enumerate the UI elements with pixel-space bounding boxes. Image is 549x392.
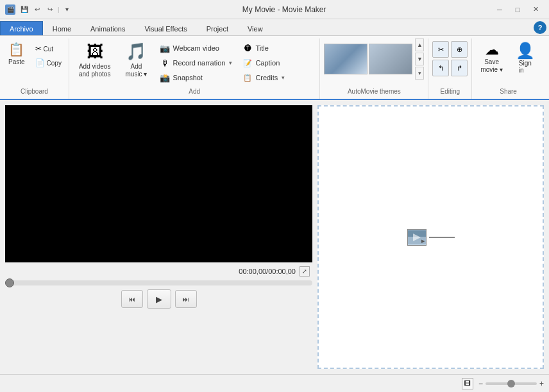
caption-button[interactable]: 📝 Caption xyxy=(239,56,316,70)
theme-1[interactable] xyxy=(324,44,367,74)
webcam-label: Webcam video xyxy=(173,44,219,52)
edit-icons-row: ✂ ⊕ xyxy=(432,41,468,58)
theme-2-img xyxy=(369,44,412,74)
redo-qa-btn[interactable]: ↪ xyxy=(45,4,55,15)
undo-qa-btn[interactable]: ↩ xyxy=(32,4,42,15)
playback-controls: ⏮ ▶ ⏭ xyxy=(5,289,312,309)
preview-pane: 00:00,00/00:00,00 ⤢ ⏮ ▶ ⏭ xyxy=(0,100,317,374)
add-videos-icon: 🖼 xyxy=(87,42,103,62)
filmstrip-icon[interactable]: 🎞 xyxy=(462,378,473,389)
ribbon: 📋 Paste ✂ Cut 📄 Copy Clipboard 🖼 Add vid… xyxy=(0,36,549,100)
editing-group: ✂ ⊕ ↰ ↱ Editing xyxy=(428,38,472,99)
clip-line xyxy=(429,237,455,238)
copy-icon: 📄 xyxy=(35,58,45,67)
add-content: 🖼 Add videos and photos 🎵 Addmusic ▾ 📷 W… xyxy=(73,38,316,87)
snapshot-button[interactable]: 📸 Snapshot xyxy=(156,71,236,85)
timeline-pane[interactable] xyxy=(317,105,544,369)
save-movie-icon: ☁ xyxy=(485,42,499,58)
zoom-slider: − + xyxy=(478,379,544,388)
save-movie-label: Savemovie ▾ xyxy=(480,58,502,74)
zoom-out-button[interactable]: − xyxy=(478,379,483,388)
copy-button[interactable]: 📄 Copy xyxy=(32,56,65,69)
title-bar: 🎬 💾 ↩ ↪ | ▾ My Movie - Movie Maker ─ □ ✕ xyxy=(0,0,549,19)
cut-label: Cut xyxy=(44,46,54,53)
seek-thumb[interactable] xyxy=(5,278,14,287)
rotate-right-icon[interactable]: ↱ xyxy=(451,60,468,76)
record-narration-button[interactable]: 🎙 Record narration ▾ xyxy=(156,56,236,70)
clip-thumbnail[interactable] xyxy=(407,229,427,246)
save-movie-button[interactable]: ☁ Savemovie ▾ xyxy=(476,38,507,77)
rotate-left-icon[interactable]: ↰ xyxy=(432,60,449,76)
sign-in-button[interactable]: 👤 Signin xyxy=(510,38,541,77)
app-icon: 🎬 xyxy=(5,4,15,15)
status-bar: 🎞 − + xyxy=(0,374,549,392)
seek-bar[interactable] xyxy=(5,280,312,285)
trim-icon[interactable]: ✂ xyxy=(432,41,449,58)
add-text-buttons: 🅣 Title 📝 Caption 📋 Credits ▾ xyxy=(239,38,316,85)
play-button[interactable]: ▶ xyxy=(147,289,171,309)
add-videos-label: Add videos and photos xyxy=(79,63,111,78)
tab-project[interactable]: Project xyxy=(197,21,238,35)
title-label: Title xyxy=(255,44,268,52)
paste-label: Paste xyxy=(8,58,25,65)
clip-icon-svg xyxy=(408,230,426,244)
webcam-button[interactable]: 📷 Webcam video xyxy=(156,41,236,55)
title-icon: 🅣 xyxy=(242,44,253,52)
paste-button[interactable]: 📋 Paste xyxy=(4,38,30,69)
main-area: 00:00,00/00:00,00 ⤢ ⏮ ▶ ⏭ xyxy=(0,100,549,374)
sign-in-label: Signin xyxy=(519,60,532,74)
zoom-thumb[interactable] xyxy=(507,380,515,388)
cut-icon: ✂ xyxy=(35,44,42,53)
split-icon[interactable]: ⊕ xyxy=(451,41,468,58)
ribbon-tabs: Archivo Home Animations Visual Effects P… xyxy=(0,19,549,36)
qa-dropdown[interactable]: ▾ xyxy=(62,4,72,15)
credits-button[interactable]: 📋 Credits ▾ xyxy=(239,71,316,85)
theme-1-img xyxy=(325,44,367,74)
theme-2[interactable] xyxy=(369,44,412,74)
sign-in-icon: 👤 xyxy=(516,42,535,60)
share-group-label: Share xyxy=(476,87,540,96)
edit-icons-row-2: ↰ ↱ xyxy=(432,60,468,76)
snapshot-label: Snapshot xyxy=(173,74,202,81)
zoom-track[interactable] xyxy=(486,382,537,385)
snapshot-icon: 📸 xyxy=(160,73,170,83)
add-videos-button[interactable]: 🖼 Add videos and photos xyxy=(73,38,117,81)
scroll-expand-arrow[interactable]: ▾ xyxy=(415,67,424,80)
mic-icon: 🎙 xyxy=(160,58,170,68)
tab-home[interactable]: Home xyxy=(43,21,81,35)
rewind-button[interactable]: ⏮ xyxy=(121,290,143,308)
scroll-up-arrow[interactable]: ▲ xyxy=(415,38,424,51)
add-group-label: Add xyxy=(73,87,316,96)
tab-archivo[interactable]: Archivo xyxy=(0,21,43,35)
time-code: 00:00,00/00:00,00 xyxy=(239,268,296,275)
frame-advance-button[interactable]: ⏭ xyxy=(175,290,197,308)
zoom-in-button[interactable]: + xyxy=(539,379,544,388)
copy-label: Copy xyxy=(47,60,62,67)
clipboard-content: 📋 Paste ✂ Cut 📄 Copy xyxy=(4,38,65,87)
scroll-down-arrow[interactable]: ▼ xyxy=(415,53,424,65)
title-button[interactable]: 🅣 Title xyxy=(239,41,316,55)
paste-icon: 📋 xyxy=(8,42,24,57)
credits-icon: 📋 xyxy=(242,74,253,82)
maximize-button[interactable]: □ xyxy=(509,3,526,16)
caption-label: Caption xyxy=(255,59,280,67)
credits-label: Credits xyxy=(255,74,278,81)
tab-view[interactable]: View xyxy=(238,21,273,35)
window-title: My Movie - Movie Maker xyxy=(77,5,491,14)
narration-arrow: ▾ xyxy=(229,60,232,66)
minimize-button[interactable]: ─ xyxy=(491,3,508,16)
clipboard-group: 📋 Paste ✂ Cut 📄 Copy Clipboard xyxy=(0,38,69,99)
tab-visual-effects[interactable]: Visual Effects xyxy=(135,21,196,35)
add-music-button[interactable]: 🎵 Addmusic ▾ xyxy=(119,38,153,81)
close-button[interactable]: ✕ xyxy=(527,3,544,16)
share-group: ☁ Savemovie ▾ 👤 Signin Share xyxy=(472,38,544,99)
tab-animations[interactable]: Animations xyxy=(81,21,135,35)
themes-scroll: ▲ ▼ ▾ xyxy=(415,38,424,80)
time-display: 00:00,00/00:00,00 ⤢ xyxy=(5,266,312,277)
save-qa-btn[interactable]: 💾 xyxy=(19,4,30,15)
add-music-label: Addmusic ▾ xyxy=(125,63,147,78)
automovie-group-label: AutoMovie themes xyxy=(324,87,424,96)
help-button[interactable]: ? xyxy=(534,21,546,34)
fullscreen-button[interactable]: ⤢ xyxy=(300,266,310,277)
cut-button[interactable]: ✂ Cut xyxy=(32,42,65,55)
